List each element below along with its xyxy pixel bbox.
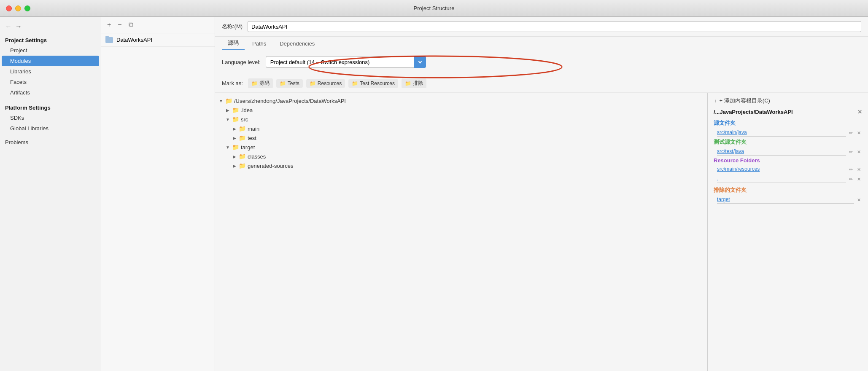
remove-root-icon[interactable]: ✕ [857, 109, 862, 115]
add-content-root-button[interactable]: + + 添加内容根目录(C) [714, 97, 862, 105]
lang-level-row: Language level: [215, 50, 868, 74]
excluded-path-actions: ✕ [856, 197, 862, 203]
test-folders-label: 测试源文件夹 [714, 138, 862, 146]
resources-folder-icon: 📁 [310, 81, 316, 86]
mark-as-label: Mark as: [222, 80, 243, 86]
tree-item-src[interactable]: ▼ 📁 src [215, 115, 707, 124]
mark-as-source-button[interactable]: 📁 源码 [248, 78, 273, 88]
mark-as-tests-button[interactable]: 📁 Tests [276, 79, 303, 88]
language-level-section: Language level: [215, 50, 868, 74]
source-folder-icon: 📁 [251, 81, 258, 86]
tabs-row: 源码 Paths Dependencies [215, 37, 868, 50]
tree-item-main[interactable]: ▶ 📁 main [215, 124, 707, 133]
remove-resource-path-button-1[interactable]: ✕ [856, 167, 862, 173]
copy-module-button[interactable]: ⧉ [127, 20, 135, 30]
edit-test-path-button[interactable]: ✏ [848, 149, 854, 155]
tree-item-classes[interactable]: ▶ 📁 classes [215, 152, 707, 161]
remove-source-path-button[interactable]: ✕ [856, 130, 862, 136]
module-folder-icon [105, 37, 113, 43]
sidebar-item-modules[interactable]: Modules [2, 56, 99, 66]
module-list: + − ⧉ DataWorksAPI [101, 17, 215, 371]
target-folder-icon: 📁 [232, 144, 239, 151]
src-toggle-icon: ▼ [225, 117, 230, 122]
resource-folders-label: Resource Folders [714, 157, 862, 164]
add-module-button[interactable]: + [105, 20, 113, 30]
title-bar: Project Structure [0, 0, 868, 17]
resource-path-link-dot[interactable]: . [717, 176, 846, 183]
tab-source[interactable]: 源码 [222, 37, 245, 50]
excluded-path-link[interactable]: target [717, 196, 854, 204]
edit-resource-path-button-1[interactable]: ✏ [848, 167, 854, 173]
source-path-row: src/main/java ✏ ✕ [714, 129, 862, 137]
mark-as-excluded-button[interactable]: 📁 排除 [402, 78, 426, 88]
remove-module-button[interactable]: − [116, 20, 123, 30]
minimize-button[interactable] [15, 5, 21, 11]
maximize-button[interactable] [24, 5, 30, 11]
source-path-link[interactable]: src/main/java [717, 129, 846, 137]
tab-paths[interactable]: Paths [246, 38, 272, 50]
resource-path-link-1[interactable]: src/main/resources [717, 166, 846, 173]
sidebar-item-sdks[interactable]: SDKs [0, 113, 101, 123]
tab-dependencies[interactable]: Dependencies [274, 38, 321, 50]
language-level-dropdown-button[interactable] [414, 56, 426, 68]
remove-resource-path-button-dot[interactable]: ✕ [856, 176, 862, 183]
name-input[interactable] [248, 21, 861, 32]
close-button[interactable] [6, 5, 12, 11]
plus-icon: + [714, 98, 717, 104]
module-item-dataworksapi[interactable]: DataWorksAPI [101, 33, 215, 47]
tree-item-root[interactable]: ▼ 📁 /Users/zhendong/JavaProjects/DataWor… [215, 96, 707, 105]
src-folder-icon: 📁 [232, 116, 239, 123]
resource-path-row-1: src/main/resources ✏ ✕ [714, 165, 862, 174]
file-tree: ▼ 📁 /Users/zhendong/JavaProjects/DataWor… [215, 93, 708, 371]
forward-arrow-icon[interactable]: → [15, 23, 22, 30]
edit-resource-path-button-dot[interactable]: ✏ [848, 176, 854, 183]
content-root-path: /...JavaProjects/DataWorksAPI ✕ [714, 109, 862, 115]
sidebar-item-problems[interactable]: Problems [0, 137, 101, 148]
remove-excluded-path-button[interactable]: ✕ [856, 197, 862, 203]
root-folder-icon: 📁 [225, 97, 232, 104]
generated-sources-folder-icon: 📁 [239, 162, 246, 169]
tree-item-idea[interactable]: ▶ 📁 .idea [215, 105, 707, 115]
sidebar-item-project[interactable]: Project [0, 45, 101, 56]
test-path-actions: ✏ ✕ [848, 149, 862, 155]
resource-path-actions-1: ✏ ✕ [848, 167, 862, 173]
left-sidebar: ← → Project Settings Project Modules Lib… [0, 17, 101, 371]
tree-item-test[interactable]: ▶ 📁 test [215, 133, 707, 142]
tests-folder-icon: 📁 [280, 81, 286, 86]
mark-as-resources-button[interactable]: 📁 Resources [306, 79, 345, 88]
language-level-input[interactable] [266, 56, 426, 68]
chevron-down-icon [418, 59, 423, 65]
excluded-folder-icon: 📁 [405, 81, 411, 86]
sidebar-item-global-libraries[interactable]: Global Libraries [0, 123, 101, 134]
main-toggle-icon: ▶ [232, 126, 237, 131]
language-level-select-wrapper [266, 56, 426, 68]
tree-item-target[interactable]: ▼ 📁 target [215, 142, 707, 152]
test-path-link[interactable]: src/test/java [717, 148, 846, 156]
language-level-label: Language level: [222, 59, 261, 65]
module-toolbar: + − ⧉ [101, 17, 215, 33]
name-row: 名称:(M) [215, 17, 868, 37]
sidebar-item-libraries[interactable]: Libraries [0, 66, 101, 77]
test-path-row: src/test/java ✏ ✕ [714, 148, 862, 156]
tree-item-generated-sources[interactable]: ▶ 📁 generated-sources [215, 161, 707, 170]
generated-sources-toggle-icon: ▶ [232, 164, 237, 168]
mark-as-row: Mark as: 📁 源码 📁 Tests 📁 Resources 📁 Test… [215, 74, 868, 93]
test-resources-folder-icon: 📁 [352, 81, 358, 86]
classes-toggle-icon: ▶ [232, 154, 237, 159]
root-toggle-icon: ▼ [218, 99, 224, 103]
sidebar-item-facets[interactable]: Facets [0, 77, 101, 87]
edit-source-path-button[interactable]: ✏ [848, 130, 854, 136]
remove-test-path-button[interactable]: ✕ [856, 149, 862, 155]
back-arrow-icon[interactable]: ← [5, 23, 12, 30]
sidebar-item-artifacts[interactable]: Artifacts [0, 87, 101, 98]
source-path-actions: ✏ ✕ [848, 130, 862, 136]
resource-path-actions-dot: ✏ ✕ [848, 176, 862, 183]
resource-path-row-dot: . ✏ ✕ [714, 175, 862, 184]
test-folder-icon: 📁 [239, 134, 246, 141]
split-area: ▼ 📁 /Users/zhendong/JavaProjects/DataWor… [215, 93, 868, 371]
test-toggle-icon: ▶ [232, 136, 237, 140]
excluded-path-row: target ✕ [714, 196, 862, 204]
name-label: 名称:(M) [222, 23, 243, 30]
window-title: Project Structure [414, 5, 455, 11]
mark-as-test-resources-button[interactable]: 📁 Test Resources [348, 79, 398, 88]
